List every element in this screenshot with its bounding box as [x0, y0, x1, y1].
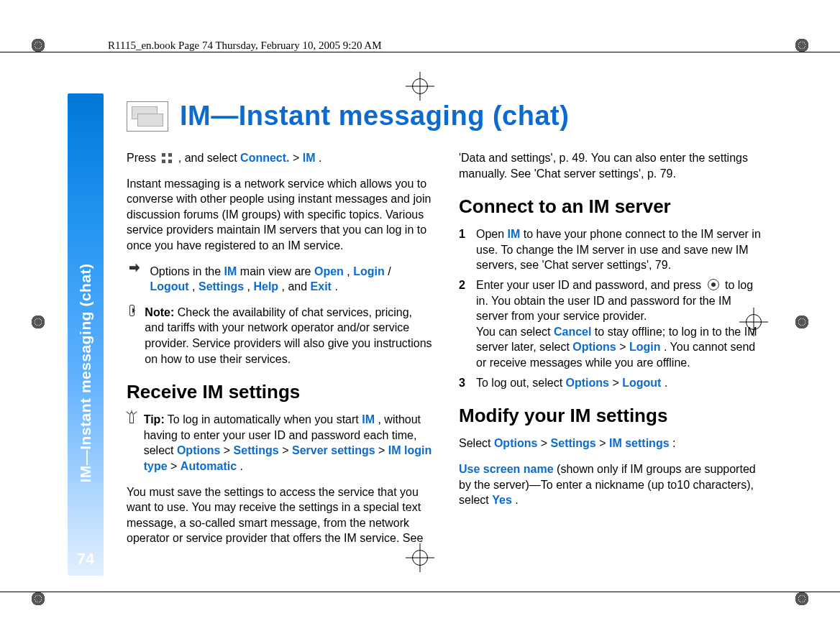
column-right: 'Data and settings', p. 49. You can also…: [459, 150, 765, 576]
note-icon: [129, 305, 134, 316]
continued-paragraph: 'Data and settings', p. 49. You can also…: [459, 150, 765, 181]
must-save-paragraph: You must save the settings to access the…: [127, 484, 433, 546]
arrow-icon: [129, 264, 140, 272]
page-content: IM—Instant messaging (chat) Press , and …: [127, 101, 765, 576]
section-label: IM—Instant messaging (chat): [77, 264, 94, 483]
joystick-icon: [708, 279, 719, 290]
section-sidebar: IM—Instant messaging (chat) 74: [68, 93, 104, 576]
crop-rule-top: [0, 52, 840, 52]
chat-window-icon: [127, 101, 168, 132]
chapter-title-row: IM—Instant messaging (chat): [127, 101, 765, 132]
options-callout: Options in the IM main view are Open , L…: [127, 264, 433, 295]
step-3: To log out, select Options > Logout .: [459, 375, 765, 391]
receive-settings-heading: Receive IM settings: [127, 380, 433, 405]
crop-medallion-icon: [794, 37, 810, 53]
note-label: Note:: [145, 306, 174, 318]
press-connect-paragraph: Press , and select Connect. > IM .: [127, 150, 433, 166]
connect-steps-list: Open IM to have your phone connect to th…: [459, 226, 765, 390]
step-2: Enter your user ID and password, and pre…: [459, 277, 765, 371]
crop-medallion-icon: [30, 314, 46, 330]
intro-paragraph: Instant messaging is a network service w…: [127, 176, 433, 254]
column-left: Press , and select Connect. > IM . Insta…: [127, 150, 433, 576]
crop-medallion-icon: [794, 591, 810, 607]
running-header: R1115_en.book Page 74 Thursday, February…: [108, 40, 382, 52]
two-column-body: Press , and select Connect. > IM . Insta…: [127, 150, 765, 576]
crop-medallion-icon: [30, 37, 46, 53]
page-number: 74: [77, 550, 94, 569]
registration-mark-icon: [406, 72, 434, 101]
tip-callout: Tip: To log in automatically when you st…: [127, 412, 433, 474]
crop-rule-bottom: [0, 592, 840, 592]
tip-label: Tip:: [144, 413, 165, 426]
crop-medallion-icon: [794, 314, 810, 330]
connect-server-heading: Connect to an IM server: [459, 194, 765, 219]
connect-link: Connect.: [240, 152, 289, 164]
modify-settings-heading: Modify your IM settings: [459, 403, 765, 428]
menu-key-icon: [162, 153, 172, 163]
crop-medallion-icon: [30, 591, 46, 607]
use-screen-name-paragraph: Use screen name (shown only if IM groups…: [459, 461, 765, 508]
modify-select-paragraph: Select Options > Settings > IM settings …: [459, 436, 765, 451]
step-1: Open IM to have your phone connect to th…: [459, 226, 765, 273]
lightbulb-icon: [129, 412, 134, 423]
note-callout: Note: Check the availability of chat ser…: [127, 305, 433, 367]
im-link: IM: [303, 152, 316, 164]
chapter-title: IM—Instant messaging (chat): [180, 101, 569, 132]
